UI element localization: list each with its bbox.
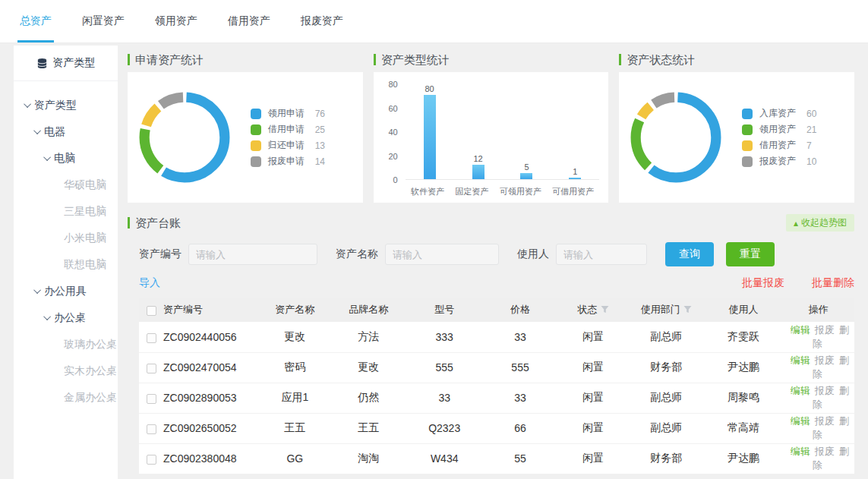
tree-item[interactable]: 电脑: [14, 145, 118, 172]
tree-item[interactable]: 玻璃办公桌: [14, 331, 118, 358]
select-all-checkbox[interactable]: [147, 306, 156, 316]
collapse-trend-button[interactable]: ▴ 收起趋势图: [786, 214, 854, 232]
row-checkbox[interactable]: [147, 455, 156, 465]
edit-link[interactable]: 编辑: [791, 446, 810, 457]
column-header: 型号: [406, 298, 482, 322]
row-checkbox[interactable]: [147, 424, 156, 434]
legend-item[interactable]: 领用资产21: [742, 124, 842, 135]
x-category-label: 可借用资产: [552, 186, 594, 197]
table-cell: W434: [406, 443, 482, 474]
tree-item-label: 三星电脑: [64, 205, 106, 219]
legend-item[interactable]: 入库资产60: [742, 108, 842, 119]
edit-link[interactable]: 编辑: [791, 324, 810, 336]
y-tick-label: 0: [380, 175, 398, 184]
table-cell: 财务部: [628, 443, 704, 474]
table-row: ZC0902650052王五王五Q232366闲置副总师常高靖编辑报废删除: [139, 413, 854, 443]
bar-column: 12: [472, 84, 485, 179]
legend-color-swatch: [742, 124, 753, 135]
tree-item[interactable]: 联想电脑: [14, 251, 118, 278]
legend-item[interactable]: 借用申请25: [251, 124, 351, 135]
bar[interactable]: [472, 165, 485, 179]
legend-value: 60: [806, 109, 816, 119]
chevron-down-icon[interactable]: [33, 127, 41, 134]
row-checkbox[interactable]: [147, 364, 156, 373]
tree-item-label: 电器: [44, 125, 65, 139]
tree-item[interactable]: 办公桌: [14, 304, 118, 331]
user-input[interactable]: [556, 244, 647, 265]
asset-code-input[interactable]: [188, 244, 317, 265]
tree-item[interactable]: 实木办公桌: [14, 358, 118, 384]
tab-idle-assets[interactable]: 闲置资产: [80, 0, 127, 43]
table-cell: 更改: [259, 322, 330, 352]
column-header-label: 品牌名称: [349, 304, 388, 315]
scrap-link[interactable]: 报废: [815, 324, 835, 336]
scrap-link[interactable]: 报废: [815, 415, 835, 427]
legend-color-swatch: [251, 156, 261, 167]
scrap-link[interactable]: 报废: [815, 385, 835, 396]
legend-label: 报废申请: [268, 155, 315, 168]
legend-label: 领用申请: [268, 107, 315, 120]
tree-item[interactable]: 华硕电脑: [14, 172, 118, 198]
asset-name-input[interactable]: [385, 244, 499, 265]
query-button[interactable]: 查询: [665, 242, 714, 266]
chevron-down-icon[interactable]: [43, 313, 51, 320]
row-checkbox[interactable]: [147, 394, 156, 404]
table-cell: 应用1: [259, 383, 330, 413]
legend-value: 10: [806, 156, 816, 167]
table-cell: 副总师: [628, 383, 704, 413]
chevron-down-icon[interactable]: [24, 100, 31, 108]
edit-link[interactable]: 编辑: [791, 385, 810, 396]
legend-color-swatch: [742, 140, 753, 151]
bar[interactable]: [424, 95, 436, 179]
table-cell: ZC0902650052: [163, 413, 259, 443]
bar-plot-area: 801251: [406, 84, 600, 180]
tree-item[interactable]: 小米电脑: [14, 225, 118, 251]
table-cell: 闲置: [558, 352, 628, 383]
import-link[interactable]: 导入: [139, 276, 160, 290]
tree-item-label: 实木办公桌: [64, 364, 117, 378]
table-cell: ZC0902440056: [163, 322, 259, 352]
tree-item-label: 金属办公桌: [64, 391, 117, 405]
legend-item[interactable]: 领用申请76: [251, 108, 351, 119]
filter-funnel-icon[interactable]: [601, 305, 609, 314]
table-cell: 66: [482, 413, 558, 443]
tree-item[interactable]: 电器: [14, 118, 118, 145]
legend-item[interactable]: 归还申请13: [251, 140, 351, 151]
bar[interactable]: [520, 173, 532, 179]
tab-scrapped-assets[interactable]: 报废资产: [298, 0, 346, 43]
ledger-title: 资产台账: [128, 217, 181, 228]
y-tick-label: 20: [380, 152, 398, 161]
edit-link[interactable]: 编辑: [791, 355, 810, 366]
reset-button[interactable]: 重置: [726, 242, 775, 266]
column-header-label: 使用部门: [641, 304, 680, 315]
chevron-down-icon[interactable]: [33, 286, 41, 294]
bar[interactable]: [569, 178, 581, 179]
scrap-link[interactable]: 报废: [815, 355, 835, 366]
table-row: ZC0902440056更改方法33333闲置副总师齐雯跃编辑报废删除: [139, 322, 854, 352]
tree-item[interactable]: 三星电脑: [14, 198, 118, 225]
scrap-link[interactable]: 报废: [815, 446, 835, 457]
table-cell: 仍然: [330, 383, 406, 413]
tab-total-assets[interactable]: 总资产: [17, 0, 54, 43]
legend-item[interactable]: 报废资产10: [742, 156, 842, 167]
legend-item[interactable]: 报废申请14: [251, 156, 351, 167]
tree-item[interactable]: 办公用具: [14, 278, 118, 304]
legend-item[interactable]: 借用资产7: [742, 140, 842, 151]
tree-item-label: 玻璃办公桌: [64, 338, 117, 351]
column-header-label: 使用人: [728, 304, 758, 315]
batch-scrap-link[interactable]: 批量报废: [742, 276, 784, 290]
main-content: 申请资产统计 领用申请76借用申请25归还申请13报废申请14 资产类型统计 8…: [118, 43, 868, 479]
filter-funnel-icon[interactable]: [683, 305, 692, 314]
row-checkbox[interactable]: [147, 333, 156, 343]
tab-borrowed-assets[interactable]: 借用资产: [226, 0, 273, 43]
apply-donut-chart: [138, 91, 231, 184]
edit-link[interactable]: 编辑: [791, 415, 810, 427]
table-cell: 33: [482, 383, 558, 413]
tree-item[interactable]: 金属办公桌: [14, 384, 118, 411]
batch-delete-link[interactable]: 批量删除: [812, 276, 854, 290]
tree-item[interactable]: 资产类型: [14, 92, 118, 118]
table-cell: 闲置: [558, 322, 628, 352]
tab-claimed-assets[interactable]: 领用资产: [153, 0, 200, 43]
legend-color-swatch: [742, 156, 753, 167]
chevron-down-icon[interactable]: [43, 153, 51, 161]
